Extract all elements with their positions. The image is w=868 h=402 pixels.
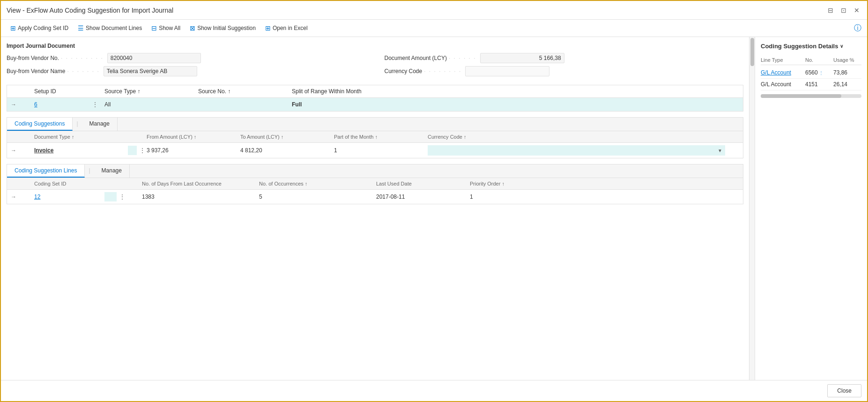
- row-menu-icon[interactable]: ⋮: [90, 100, 104, 109]
- coding-set-id-value[interactable]: 12: [34, 194, 104, 200]
- coding-suggestion-sidebar: Coding Suggestion Details ∨ Line Type No…: [755, 37, 867, 380]
- lines-row-buttons: ⋮: [104, 192, 142, 201]
- close-button[interactable]: Close: [827, 384, 861, 397]
- document-amount-value: 5 166,38: [480, 53, 564, 63]
- main-area: Import Journal Document Buy-from Vendor …: [1, 37, 867, 380]
- import-journal-section: Import Journal Document Buy-from Vendor …: [7, 43, 743, 79]
- sidebar-row0-menu-icon[interactable]: ⋮: [819, 70, 823, 75]
- suggestion-icon: ⊠: [190, 24, 195, 32]
- sidebar-no-1: 4151: [805, 81, 833, 88]
- sidebar-usage-1: 26,14: [833, 81, 861, 88]
- sidebar-col-line-type: Line Type: [761, 57, 805, 63]
- document-lines-icon: ☰: [78, 24, 84, 32]
- close-window-button[interactable]: ✕: [852, 6, 861, 15]
- lines-tab-separator: |: [85, 164, 94, 178]
- document-type-value: Invoice: [34, 147, 128, 154]
- coding-suggestions-section: Coding Suggestions | Manage Document Typ…: [7, 117, 743, 158]
- setup-id-value[interactable]: 6: [34, 101, 90, 108]
- currency-code-label-group: Currency Code · · · · · · · ·: [385, 68, 462, 74]
- source-type-value: All: [104, 101, 198, 108]
- show-all-button[interactable]: ⊟ Show All: [148, 22, 184, 34]
- vendor-no-label-group: Buy-from Vendor No. · · · · · · · · ·: [7, 55, 104, 61]
- currency-code-label: Currency Code: [385, 68, 423, 74]
- maximize-button[interactable]: ⊡: [839, 6, 848, 15]
- sidebar-scrollbar[interactable]: [761, 94, 861, 98]
- currency-code-field: Currency Code · · · · · · · ·: [385, 66, 744, 76]
- col-no-of-days: No. of Days From Last Occurrence: [142, 181, 259, 186]
- info-icon[interactable]: ⓘ: [854, 23, 861, 33]
- coding-row-arrow-icon: →: [11, 147, 34, 154]
- scrollbar-track: [749, 37, 755, 380]
- document-amount-field: Document Amount (LCY) · · · · · · 5 166,…: [385, 53, 744, 63]
- col-coding-set-id: Coding Set ID: [34, 181, 104, 186]
- lines-menu-icon[interactable]: ⋮: [118, 193, 127, 201]
- document-amount-dots: · · · · · ·: [449, 55, 476, 61]
- sidebar-col-usage: Usage %: [833, 57, 861, 63]
- sidebar-line-type-0[interactable]: G/L Account: [761, 69, 805, 76]
- vendor-name-field: Buy-from Vendor Name · · · · · · · Telia…: [7, 66, 366, 76]
- col-document-type: Document Type ↑: [34, 134, 128, 140]
- tab-manage-lines[interactable]: Manage: [94, 164, 130, 178]
- open-in-excel-button[interactable]: ⊞ Open in Excel: [261, 22, 312, 34]
- lines-grid-row: → 12 ⋮ 1383 5 2017-08-11 1: [7, 190, 743, 204]
- vendor-name-dots: · · · · · · ·: [67, 68, 99, 74]
- currency-code-dropdown-icon[interactable]: ▼: [718, 148, 722, 153]
- vendor-name-label: Buy-from Vendor Name: [7, 68, 65, 74]
- lines-grid-header: Coding Set ID No. of Days From Last Occu…: [7, 178, 743, 190]
- tab-coding-suggestions[interactable]: Coding Suggestions: [7, 118, 73, 131]
- sidebar-usage-0: 73,86: [833, 69, 861, 76]
- coding-menu-icon[interactable]: ⋮: [138, 146, 147, 155]
- vendor-name-value: Telia Sonera Sverige AB: [104, 66, 197, 76]
- apply-icon: ⊞: [10, 24, 16, 32]
- col-setup-id: Setup ID: [34, 88, 90, 95]
- currency-code-dots: · · · · · · · ·: [424, 68, 461, 74]
- coding-blue-box: [128, 146, 137, 155]
- footer-bar: Close: [1, 380, 867, 401]
- sidebar-scrollbar-thumb[interactable]: [761, 94, 841, 98]
- title-controls: ⊟ ⊡ ✕: [826, 6, 861, 15]
- lines-row-arrow-icon: →: [11, 194, 34, 200]
- content-area: Import Journal Document Buy-from Vendor …: [1, 37, 749, 380]
- fields-row-1: Buy-from Vendor No. · · · · · · · · · 82…: [7, 53, 743, 63]
- sidebar-grid-header: Line Type No. Usage %: [761, 55, 861, 65]
- from-amount-value: 3 937,26: [147, 147, 240, 154]
- scrollbar-thumb[interactable]: [750, 38, 754, 66]
- coding-lines-section: Coding Suggestion Lines | Manage Coding …: [7, 164, 743, 204]
- split-range-value: Full: [292, 101, 739, 108]
- tab-manage-coding[interactable]: Manage: [82, 118, 118, 131]
- main-window: View - ExFlow Auto Coding Suggestion for…: [0, 0, 868, 402]
- document-amount-label-group: Document Amount (LCY) · · · · · ·: [385, 55, 476, 61]
- apply-coding-set-id-button[interactable]: ⊞ Apply Coding Set ID: [7, 22, 72, 34]
- minimize-button[interactable]: ⊟: [826, 6, 835, 15]
- coding-grid-row: → Invoice ⋮ 3 937,26 4 812,20 1 ▼: [7, 143, 743, 158]
- fields-row-2: Buy-from Vendor Name · · · · · · · Telia…: [7, 66, 743, 76]
- coding-row-buttons: ⋮: [128, 146, 147, 155]
- import-journal-title: Import Journal Document: [7, 43, 743, 49]
- sidebar-row-0: G/L Account 6560 ⋮ 73,86: [761, 67, 861, 79]
- show-document-lines-button[interactable]: ☰ Show Document Lines: [74, 22, 146, 34]
- document-amount-label: Document Amount (LCY): [385, 55, 447, 61]
- col-source-no: Source No. ↑: [198, 88, 292, 95]
- window-title: View - ExFlow Auto Coding Suggestion for…: [7, 7, 173, 14]
- suggestion-grid: Setup ID Source Type ↑ Source No. ↑ Spli…: [7, 85, 743, 112]
- col-source-type: Source Type ↑: [104, 88, 198, 95]
- vendor-no-label: Buy-from Vendor No.: [7, 55, 59, 61]
- col-last-used-date: Last Used Date: [376, 181, 470, 186]
- part-of-month-value: 1: [334, 147, 428, 154]
- sidebar-rows: G/L Account 6560 ⋮ 73,86 G/L Account 415…: [761, 67, 861, 90]
- suggestion-grid-header: Setup ID Source Type ↑ Source No. ↑ Spli…: [7, 85, 743, 98]
- tab-coding-lines[interactable]: Coding Suggestion Lines: [7, 164, 85, 178]
- vendor-no-field: Buy-from Vendor No. · · · · · · · · · 82…: [7, 53, 366, 63]
- col-to-amount: To Amount (LCY) ↑: [240, 134, 334, 140]
- show-initial-suggestion-button[interactable]: ⊠ Show Initial Suggestion: [186, 22, 260, 34]
- col-priority-order: Priority Order ↑: [470, 181, 739, 186]
- currency-code-cell: ▼: [428, 145, 725, 156]
- coding-tabs-bar: Coding Suggestions | Manage: [7, 118, 743, 131]
- excel-icon: ⊞: [265, 24, 271, 32]
- sidebar-row-1: G/L Account 4151 26,14: [761, 79, 861, 90]
- main-scrollbar[interactable]: [749, 37, 755, 380]
- sidebar-col-no: No.: [805, 57, 833, 63]
- last-used-date-value: 2017-08-11: [376, 194, 470, 200]
- currency-code-row-value: [430, 147, 432, 154]
- title-bar: View - ExFlow Auto Coding Suggestion for…: [1, 1, 867, 20]
